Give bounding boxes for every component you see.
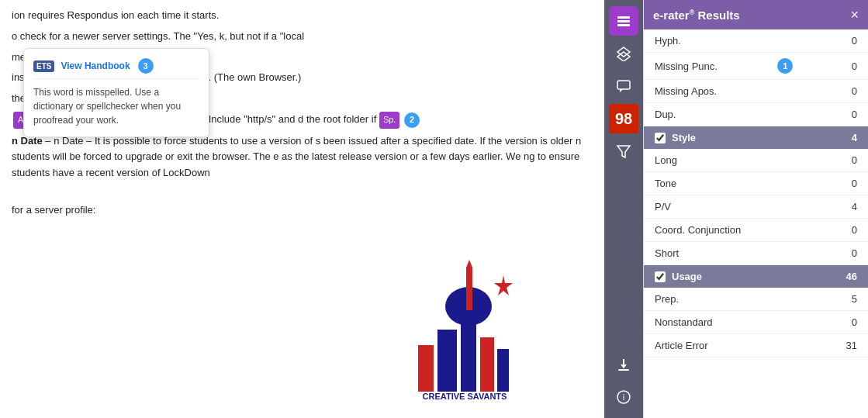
svg-rect-4 bbox=[497, 349, 509, 392]
section-item-row: Prep. 5 bbox=[644, 288, 868, 311]
section-item-value: 31 bbox=[846, 340, 857, 351]
section-checkbox[interactable] bbox=[655, 133, 666, 143]
sp-badge[interactable]: Sp. bbox=[379, 112, 400, 129]
metric-label: Missing Apos. bbox=[655, 85, 717, 97]
tooltip-body: This word is misspelled. Use a dictionar… bbox=[33, 85, 199, 127]
text-para-2: o check for a newer server settings. The… bbox=[12, 29, 593, 45]
tooltip-header: ETS View Handbook 3 bbox=[33, 58, 199, 79]
section-item-value: 0 bbox=[852, 224, 857, 236]
section-item-label: Article Error bbox=[655, 340, 708, 351]
svg-rect-0 bbox=[418, 345, 434, 392]
section-item-value: 0 bbox=[852, 247, 857, 259]
svg-text:i: i bbox=[623, 392, 624, 402]
panel-header: e-rater® Results × bbox=[644, 0, 868, 29]
section-style: Style 4 Long 0 Tone 0 P/V 4 Coord. Conju… bbox=[644, 126, 868, 265]
toolbar-info-btn[interactable]: i bbox=[609, 382, 638, 412]
section-item-label: Tone bbox=[655, 178, 676, 189]
svg-marker-18 bbox=[617, 146, 630, 157]
metric-value: 0 bbox=[852, 85, 857, 97]
metric-value: 0 bbox=[852, 35, 857, 47]
ets-badge: ETS bbox=[33, 60, 54, 72]
svg-rect-12 bbox=[617, 20, 630, 22]
close-button[interactable]: × bbox=[850, 8, 859, 22]
metric-label: Missing Punc. bbox=[655, 60, 718, 72]
filter-icon bbox=[616, 143, 631, 159]
svg-rect-21 bbox=[618, 369, 629, 371]
section-header-style: Style 4 bbox=[644, 126, 868, 149]
section-item-row: P/V 4 bbox=[644, 195, 868, 219]
toolbar-filter-btn[interactable] bbox=[609, 136, 638, 166]
logo-area: CREATIVE SAVANTS bbox=[387, 252, 542, 410]
section-item-value: 0 bbox=[852, 316, 857, 328]
metric-label: Dup. bbox=[655, 109, 676, 120]
tooltip-badge-3: 3 bbox=[138, 58, 154, 74]
section-item-label: Short bbox=[655, 247, 679, 259]
section-item-row: Article Error 31 bbox=[644, 334, 868, 358]
metric-value: 0 bbox=[852, 109, 857, 120]
section-label: Style bbox=[672, 132, 696, 143]
section-checkbox[interactable] bbox=[655, 271, 666, 282]
section-item-value: 0 bbox=[852, 178, 857, 189]
section-item-row: Nonstandard 0 bbox=[644, 311, 868, 334]
toolbar-download-btn[interactable] bbox=[609, 350, 638, 379]
section-item-value: 4 bbox=[852, 201, 857, 212]
svg-rect-16 bbox=[617, 81, 630, 89]
metric-row: Dup.0 bbox=[644, 103, 868, 126]
svg-marker-8 bbox=[466, 260, 472, 268]
text-para-7: n Date – n Date – It is possible to forc… bbox=[12, 133, 593, 181]
metric-badge: 1 bbox=[777, 58, 793, 74]
metric-label: Hyph. bbox=[655, 35, 681, 47]
text-para-8: for a server profile: bbox=[12, 202, 593, 219]
svg-rect-13 bbox=[617, 24, 630, 26]
panel-sections: Style 4 Long 0 Tone 0 P/V 4 Coord. Conju… bbox=[644, 126, 868, 358]
section-item-label: Nonstandard bbox=[655, 316, 712, 328]
panel-body: Hyph.0Missing Punc.10Missing Apos.0Dup.0… bbox=[644, 29, 868, 418]
section-item-row: Tone 0 bbox=[644, 172, 868, 195]
section-count: 4 bbox=[852, 132, 857, 143]
tooltip-popup: ETS View Handbook 3 This word is misspel… bbox=[23, 48, 209, 137]
section-header-usage: Usage 46 bbox=[644, 265, 868, 288]
layers2-icon bbox=[616, 46, 631, 61]
right-panel: e-rater® Results × Hyph.0Missing Punc.10… bbox=[643, 0, 868, 418]
layers-icon bbox=[616, 13, 631, 29]
main-content: ETS View Handbook 3 This word is misspel… bbox=[0, 0, 604, 418]
section-item-label: P/V bbox=[655, 201, 671, 212]
section-label: Usage bbox=[672, 271, 702, 282]
section-usage: Usage 46 Prep. 5 Nonstandard 0 Article E… bbox=[644, 265, 868, 358]
top-metrics: Hyph.0Missing Punc.10Missing Apos.0Dup.0 bbox=[644, 29, 868, 126]
svg-rect-3 bbox=[480, 337, 494, 392]
svg-rect-1 bbox=[437, 330, 457, 392]
metric-row: Hyph.0 bbox=[644, 29, 868, 53]
toolbar-chat-btn[interactable] bbox=[609, 71, 638, 101]
badge-2: 2 bbox=[404, 112, 420, 128]
info-icon: i bbox=[616, 389, 631, 405]
download-icon bbox=[616, 357, 631, 372]
chat-icon bbox=[616, 78, 631, 94]
sidebar-toolbar: 98 i bbox=[604, 0, 643, 418]
section-item-row: Coord. Conjunction 0 bbox=[644, 219, 868, 242]
creative-savants-logo: CREATIVE SAVANTS bbox=[395, 252, 534, 407]
svg-rect-7 bbox=[466, 268, 472, 310]
text-para-1: ion requires Respondus ion each time it … bbox=[12, 8, 593, 24]
metric-row: Missing Punc.10 bbox=[644, 53, 868, 80]
toolbar-layers-btn[interactable] bbox=[609, 6, 638, 36]
section-item-value: 0 bbox=[852, 154, 857, 166]
section-item-row: Short 0 bbox=[644, 242, 868, 265]
svg-rect-11 bbox=[617, 16, 630, 19]
section-item-label: Long bbox=[655, 154, 677, 166]
svg-marker-9 bbox=[494, 275, 513, 295]
section-count: 46 bbox=[846, 271, 857, 282]
toolbar-layers2-btn[interactable] bbox=[609, 39, 638, 68]
view-handbook-link[interactable]: View Handbook bbox=[61, 60, 130, 71]
section-item-label: Prep. bbox=[655, 293, 679, 305]
toolbar-chart-btn[interactable]: 98 bbox=[609, 104, 638, 133]
svg-text:CREATIVE SAVANTS: CREATIVE SAVANTS bbox=[423, 392, 507, 401]
score-box: 98 bbox=[609, 104, 638, 133]
section-item-row: Long 0 bbox=[644, 149, 868, 172]
section-item-label: Coord. Conjunction bbox=[655, 224, 741, 236]
metric-value: 0 bbox=[852, 60, 857, 72]
panel-title: e-rater® Results bbox=[653, 9, 740, 22]
section-item-value: 5 bbox=[852, 293, 857, 305]
svg-marker-20 bbox=[621, 364, 627, 368]
metric-row: Missing Apos.0 bbox=[644, 80, 868, 103]
